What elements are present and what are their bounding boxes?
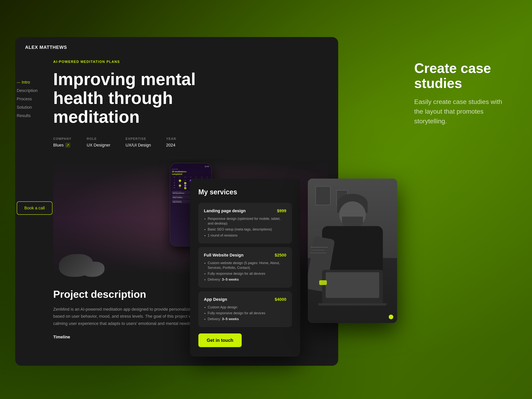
sidebar-item-description[interactable]: Description (17, 88, 38, 93)
cal-header-we: We (183, 177, 188, 178)
service-feature: Basic SEO setup (meta tags, descriptions… (208, 227, 286, 232)
phone-completed-text: 18 meditationscompleted (172, 171, 210, 175)
service-feature: Fully responsive design for all devices (208, 271, 286, 276)
get-in-touch-button[interactable]: Get in touch (198, 333, 242, 347)
sidebar-item-results[interactable]: Results (17, 113, 38, 118)
laptop-screen (326, 272, 379, 298)
phone-date: June 2024 (172, 169, 210, 170)
service-name-landing: Landing page design (204, 209, 246, 213)
service-price-landing: $999 (277, 209, 286, 213)
cal-day-purple: 20 (184, 184, 186, 187)
right-panel: Create case studies Easily create case s… (414, 61, 509, 126)
service-feature: Custom App design (208, 305, 286, 310)
right-panel-subtitle: Easily create case studies with the layo… (414, 97, 509, 126)
wall-frame (315, 186, 331, 205)
brand-name: ALEX MATTHEWS (25, 45, 67, 50)
service-card-header: Landing page design $999 (204, 209, 286, 213)
cal-day (183, 178, 188, 179)
tattoo-line-3 (310, 253, 326, 253)
service-card-header: App Design $4000 (204, 297, 286, 302)
cal-day: 18 (172, 184, 177, 187)
sidebar-nav: Intro Description Process Solution Resul… (17, 80, 38, 118)
sidebar-item-intro[interactable]: Intro (17, 80, 38, 85)
watch (319, 280, 327, 285)
service-price-website: $2500 (275, 253, 286, 258)
service-features-landing: Responsive design (optimized for mobile,… (204, 216, 286, 238)
tattoo-line-2 (312, 250, 325, 250)
service-name-app: App Design (204, 297, 227, 302)
laptop-body (322, 270, 383, 304)
service-card-app: App Design $4000 Custom App design Fully… (198, 291, 292, 327)
service-feature: Fully responsive design for all devices (208, 311, 286, 316)
cal-day: 25 (172, 187, 177, 189)
cal-header-su: Su (204, 177, 210, 178)
meta-expertise-value: UX/UI Design (126, 143, 151, 148)
profile-panel-dot (389, 315, 393, 319)
services-panel: My services Landing page design $999 Res… (190, 179, 300, 357)
meta-role-label: ROLE (87, 137, 110, 141)
service-price-app: $4000 (275, 297, 286, 302)
cal-day: 6 (183, 180, 188, 182)
cal-header-sa: Sa (199, 177, 204, 178)
meta-role-value: UX Designer (87, 143, 110, 148)
service-feature: Custom website design (5 pages: Home, Ab… (208, 261, 286, 270)
cal-header-tu: Tu (177, 177, 183, 178)
profile-panel (308, 179, 397, 323)
service-features-website: Custom website design (5 pages: Home, Ab… (204, 261, 286, 282)
cal-day-highlighted: 27 (184, 187, 186, 189)
meta-year-label: YEAR (166, 137, 176, 141)
service-card-header: Full Website Design $2500 (204, 253, 286, 258)
cal-day-highlighted: 13 (184, 182, 186, 184)
right-panel-title: Create case studies (414, 61, 509, 91)
external-link-icon[interactable]: ↗ (65, 143, 70, 148)
cal-day (177, 178, 183, 179)
photo-render (308, 179, 397, 323)
cal-header-fr: Fr (194, 177, 199, 178)
sidebar-item-process[interactable]: Process (17, 96, 38, 101)
project-title: Improving mental health through meditati… (53, 70, 243, 126)
service-feature: Delivery: 3–5 weeks (208, 317, 286, 322)
meta-year-value: 2024 (166, 143, 176, 148)
laptop-base (318, 303, 387, 305)
cal-day-highlighted: 19 (179, 184, 181, 187)
sidebar-item-solution[interactable]: Solution (17, 105, 38, 110)
cal-day (172, 178, 177, 179)
rock-2 (82, 262, 104, 277)
cal-day-highlighted: 5 (179, 180, 181, 182)
tattoo-line (311, 247, 328, 247)
service-feature: 1 round of revisions (208, 233, 286, 238)
meta-expertise: EXPERTISE UX/UI Design (126, 137, 151, 148)
meta-row: COMPANY Blues ↗ ROLE UX Designer EXPERTI… (53, 137, 328, 148)
cal-day: 12 (177, 182, 183, 184)
cal-day: 11 (172, 182, 177, 184)
meta-company-value: Blues ↗ (53, 143, 71, 148)
meta-company: COMPANY Blues ↗ (53, 137, 71, 148)
meta-year: YEAR 2024 (166, 137, 176, 148)
cal-header-mo: Mo (172, 177, 177, 178)
services-title: My services (198, 188, 292, 196)
service-card-landing: Landing page design $999 Responsive desi… (198, 203, 292, 243)
service-card-website: Full Website Design $2500 Custom website… (198, 247, 292, 288)
phone-time: 21:41 (172, 165, 210, 168)
rocks-decoration (59, 243, 112, 277)
service-name-website: Full Website Design (204, 253, 244, 258)
service-feature: Responsive design (optimized for mobile,… (208, 216, 286, 226)
meta-company-label: COMPANY (53, 137, 71, 141)
card-content: AI-POWERED MEDITATION PLANS Improving me… (15, 50, 338, 148)
card-header: ALEX MATTHEWS (15, 37, 338, 50)
cal-day: 26 (177, 187, 183, 189)
service-features-app: Custom App design Fully responsive desig… (204, 305, 286, 322)
meta-expertise-label: EXPERTISE (126, 137, 151, 141)
service-feature: Delivery: 3–5 weeks (208, 277, 286, 282)
meta-role: ROLE UX Designer (87, 137, 110, 148)
project-tag: AI-POWERED MEDITATION PLANS (53, 60, 328, 64)
cal-header-th: Th (188, 177, 193, 178)
cal-day: 4 (172, 180, 177, 182)
book-call-button[interactable]: Book a call (17, 201, 52, 215)
